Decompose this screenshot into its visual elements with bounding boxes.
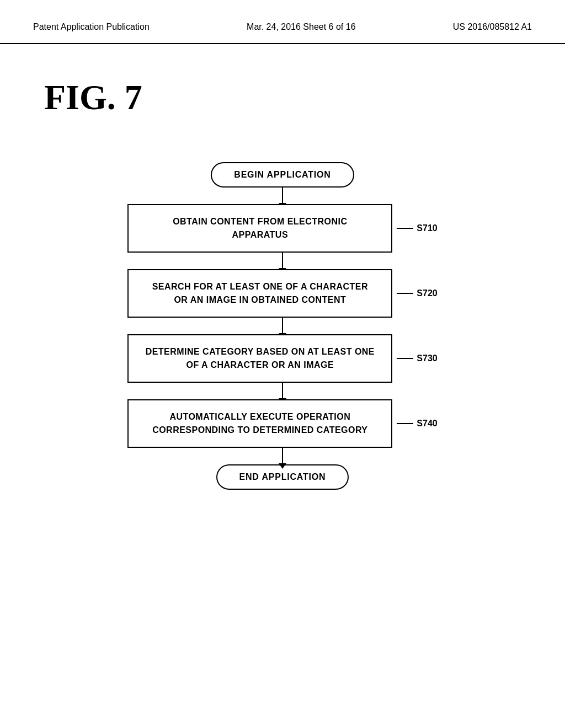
step-row-s730: DETERMINE CATEGORY BASED ON AT LEAST ONE… <box>127 334 437 383</box>
step-row-s710: OBTAIN CONTENT FROM ELECTRONIC APPARATUS… <box>127 204 437 253</box>
figure-label: FIG. 7 <box>0 44 565 129</box>
step-s720-id: S720 <box>417 288 437 298</box>
arrow-5 <box>282 448 283 464</box>
step-s720-box: SEARCH FOR AT LEAST ONE OF A CHARACTER O… <box>127 269 392 318</box>
step-s730-id: S730 <box>417 354 437 363</box>
step-s710-label-group: S710 <box>397 223 437 233</box>
side-tick-s740 <box>397 423 413 424</box>
flowchart-diagram: BEGIN APPLICATION OBTAIN CONTENT FROM EL… <box>0 162 565 534</box>
step-s730-box: DETERMINE CATEGORY BASED ON AT LEAST ONE… <box>127 334 392 383</box>
step-row-s740: AUTOMATICALLY EXECUTE OPERATION CORRESPO… <box>127 399 437 448</box>
page-header: Patent Application Publication Mar. 24, … <box>0 0 565 44</box>
step-s730-label-group: S730 <box>397 354 437 363</box>
arrow-1 <box>282 188 283 204</box>
step-s720-label-group: S720 <box>397 288 437 298</box>
side-tick-s720 <box>397 293 413 294</box>
begin-node: BEGIN APPLICATION <box>211 162 354 188</box>
arrow-3 <box>282 318 283 334</box>
side-tick-s710 <box>397 228 413 229</box>
step-row-s720: SEARCH FOR AT LEAST ONE OF A CHARACTER O… <box>127 269 437 318</box>
step-s710-id: S710 <box>417 223 437 233</box>
arrow-4 <box>282 383 283 399</box>
step-s710-box: OBTAIN CONTENT FROM ELECTRONIC APPARATUS <box>127 204 392 253</box>
side-tick-s730 <box>397 358 413 359</box>
header-left-text: Patent Application Publication <box>33 22 150 32</box>
step-s740-box: AUTOMATICALLY EXECUTE OPERATION CORRESPO… <box>127 399 392 448</box>
header-right-text: US 2016/085812 A1 <box>453 22 532 32</box>
step-s740-id: S740 <box>417 419 437 429</box>
arrow-2 <box>282 253 283 269</box>
header-center-text: Mar. 24, 2016 Sheet 6 of 16 <box>247 22 355 32</box>
step-s740-label-group: S740 <box>397 419 437 429</box>
